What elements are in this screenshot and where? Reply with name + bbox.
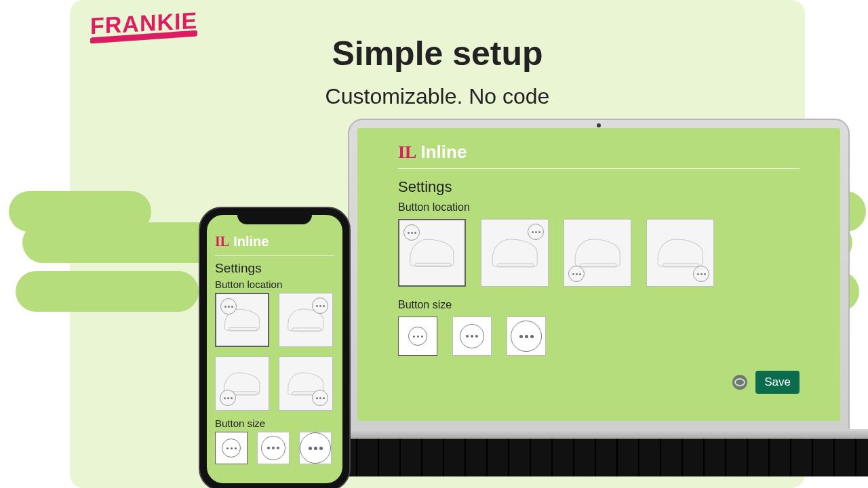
button-size-label: Button size — [215, 418, 334, 429]
dots-icon — [222, 439, 241, 458]
location-option-top-right[interactable] — [481, 219, 549, 287]
product-thumb-icon — [575, 239, 620, 266]
size-option-small[interactable] — [215, 432, 248, 464]
app-name: Inline — [233, 234, 269, 249]
size-option-medium[interactable] — [257, 432, 290, 464]
location-option-bottom-right[interactable] — [646, 219, 714, 287]
page-title: Simple setup — [70, 34, 805, 73]
product-thumb-icon — [492, 239, 538, 266]
page-subtitle: Customizable. No code — [70, 84, 805, 109]
dots-icon — [408, 327, 427, 346]
app-logo-icon: IL — [215, 234, 229, 249]
dots-icon — [528, 224, 544, 240]
button-location-label: Button location — [215, 279, 334, 290]
dots-icon — [220, 298, 237, 314]
location-option-bottom-left[interactable] — [215, 357, 269, 411]
phone-notch — [237, 208, 312, 224]
dots-icon — [693, 266, 709, 282]
laptop-base — [307, 429, 868, 438]
product-thumb-icon — [658, 239, 703, 266]
dots-icon — [312, 390, 328, 406]
dots-icon — [220, 390, 236, 406]
app-name: Inline — [420, 142, 467, 163]
size-option-medium[interactable] — [452, 317, 492, 356]
preview-icon[interactable] — [732, 375, 747, 390]
button-location-label: Button location — [398, 201, 800, 214]
laptop-keyboard — [314, 439, 868, 476]
size-option-large[interactable] — [299, 432, 332, 464]
dots-icon — [300, 432, 331, 464]
location-option-bottom-left[interactable] — [564, 219, 631, 287]
dots-icon — [460, 324, 484, 348]
save-button[interactable]: Save — [755, 371, 800, 394]
laptop-mockup: IL Inline Settings Button location Butto… — [348, 119, 850, 437]
app-screen-mobile: IL Inline Settings Button location Butto… — [207, 215, 342, 483]
location-option-top-right[interactable] — [279, 293, 333, 347]
app-logo-icon: IL — [398, 142, 416, 163]
location-option-bottom-right[interactable] — [279, 357, 333, 411]
button-size-label: Button size — [398, 299, 800, 311]
location-option-top-left[interactable] — [215, 293, 269, 347]
product-thumb-icon — [410, 239, 454, 266]
dots-icon — [511, 321, 542, 352]
camera-icon — [597, 123, 601, 127]
settings-heading: Settings — [215, 261, 334, 276]
size-option-large[interactable] — [507, 317, 546, 356]
location-option-top-left[interactable] — [398, 219, 466, 287]
dots-icon — [312, 298, 328, 314]
decor-brush — [16, 271, 199, 312]
dots-icon — [568, 266, 585, 282]
app-screen-desktop: IL Inline Settings Button location Butto… — [357, 128, 840, 421]
dots-icon — [403, 224, 420, 241]
dots-icon — [261, 436, 285, 460]
size-option-small[interactable] — [398, 317, 437, 356]
settings-heading: Settings — [398, 178, 800, 196]
marketing-card: FRANKIE Simple setup Customizable. No co… — [70, 0, 805, 488]
phone-mockup: IL Inline Settings Button location Butto… — [199, 207, 351, 488]
